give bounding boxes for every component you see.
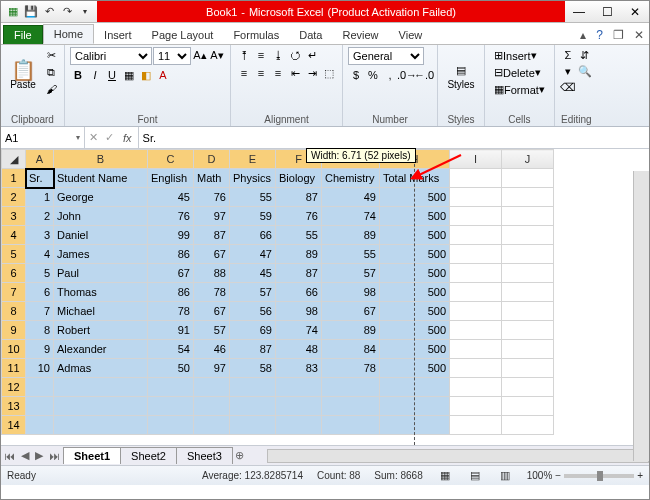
sheet-tab-sheet2[interactable]: Sheet2 xyxy=(120,447,177,464)
insert-cells-button[interactable]: ⊞ Insert ▾ xyxy=(490,47,541,64)
cell[interactable]: 6 xyxy=(26,283,54,302)
cut-icon[interactable]: ✂ xyxy=(43,47,59,63)
decrease-decimal-icon[interactable]: ←.0 xyxy=(416,67,432,83)
cell[interactable]: 5 xyxy=(26,264,54,283)
cell[interactable]: Math xyxy=(194,169,230,188)
tab-data[interactable]: Data xyxy=(289,26,332,44)
cell[interactable] xyxy=(502,188,554,207)
cell[interactable]: 86 xyxy=(148,245,194,264)
merge-icon[interactable]: ⬚ xyxy=(321,65,337,81)
cell[interactable]: Biology xyxy=(276,169,322,188)
maximize-button[interactable]: ☐ xyxy=(593,1,621,23)
cell[interactable]: Robert xyxy=(54,321,148,340)
cell[interactable]: 7 xyxy=(26,302,54,321)
cell[interactable] xyxy=(450,245,502,264)
cell[interactable]: 54 xyxy=(148,340,194,359)
cell[interactable] xyxy=(194,378,230,397)
fx-cancel-icon[interactable]: ✕ xyxy=(85,130,101,146)
mdi-restore-icon[interactable]: ❐ xyxy=(608,26,629,44)
cell[interactable] xyxy=(450,264,502,283)
cell[interactable]: 74 xyxy=(322,207,380,226)
cell[interactable]: 67 xyxy=(194,245,230,264)
cell[interactable] xyxy=(502,321,554,340)
cell[interactable]: 76 xyxy=(148,207,194,226)
cell[interactable]: 55 xyxy=(230,188,276,207)
row-header[interactable]: 5 xyxy=(2,245,26,264)
cell[interactable] xyxy=(54,416,148,435)
cell[interactable] xyxy=(322,416,380,435)
cell[interactable] xyxy=(230,416,276,435)
fx-icon[interactable]: fx xyxy=(117,132,138,144)
sheet-nav-last[interactable]: ⏭ xyxy=(46,450,63,462)
zoom-slider[interactable] xyxy=(564,474,634,478)
cell[interactable]: 57 xyxy=(230,283,276,302)
cell[interactable]: John xyxy=(54,207,148,226)
cell[interactable]: Daniel xyxy=(54,226,148,245)
delete-cells-button[interactable]: ⊟ Delete ▾ xyxy=(490,64,545,81)
tab-view[interactable]: View xyxy=(389,26,433,44)
ribbon-minimize-icon[interactable]: ▴ xyxy=(575,26,591,44)
cell[interactable] xyxy=(322,378,380,397)
cell[interactable]: 89 xyxy=(322,226,380,245)
cell[interactable]: Admas xyxy=(54,359,148,378)
chevron-down-icon[interactable]: ▾ xyxy=(76,133,80,142)
cell[interactable]: 87 xyxy=(230,340,276,359)
align-top-icon[interactable]: ⭱ xyxy=(236,47,252,63)
cell[interactable]: 55 xyxy=(322,245,380,264)
cell[interactable] xyxy=(26,378,54,397)
cell[interactable] xyxy=(276,397,322,416)
cell[interactable]: 89 xyxy=(276,245,322,264)
tab-page-layout[interactable]: Page Layout xyxy=(142,26,224,44)
row-header[interactable]: 11 xyxy=(2,359,26,378)
cell[interactable]: 86 xyxy=(148,283,194,302)
increase-font-icon[interactable]: A▴ xyxy=(192,47,208,63)
cell[interactable] xyxy=(502,245,554,264)
cell[interactable]: Sr. xyxy=(26,169,54,188)
cell[interactable]: 4 xyxy=(26,245,54,264)
cell[interactable] xyxy=(502,226,554,245)
spreadsheet-grid[interactable]: ◢ABCDEFGHIJ 1Sr.Student NameEnglishMathP… xyxy=(1,149,554,435)
minimize-button[interactable]: ― xyxy=(565,1,593,23)
number-format-select[interactable]: General xyxy=(348,47,424,65)
cell[interactable] xyxy=(450,302,502,321)
font-name-select[interactable]: Calibri xyxy=(70,47,152,65)
zoom-in-button[interactable]: + xyxy=(637,470,643,481)
cell[interactable] xyxy=(194,416,230,435)
mdi-close-icon[interactable]: ✕ xyxy=(629,26,649,44)
row-header[interactable]: 12 xyxy=(2,378,26,397)
cell[interactable]: 83 xyxy=(276,359,322,378)
new-sheet-button[interactable]: ⊕ xyxy=(232,449,247,462)
view-pagebreak-icon[interactable]: ▥ xyxy=(497,468,513,484)
cell[interactable] xyxy=(450,340,502,359)
view-normal-icon[interactable]: ▦ xyxy=(437,468,453,484)
sheet-nav-first[interactable]: ⏮ xyxy=(1,450,18,462)
cell[interactable]: 76 xyxy=(194,188,230,207)
row-header[interactable]: 6 xyxy=(2,264,26,283)
cell[interactable]: Alexander xyxy=(54,340,148,359)
currency-icon[interactable]: $ xyxy=(348,67,364,83)
cell[interactable]: 89 xyxy=(322,321,380,340)
help-icon[interactable]: ? xyxy=(591,26,608,44)
cell[interactable]: 47 xyxy=(230,245,276,264)
cell[interactable]: Thomas xyxy=(54,283,148,302)
col-header-B[interactable]: B xyxy=(54,150,148,169)
cell[interactable]: Physics xyxy=(230,169,276,188)
row-header[interactable]: 4 xyxy=(2,226,26,245)
border-button[interactable]: ▦ xyxy=(121,67,137,83)
find-icon[interactable]: 🔍 xyxy=(577,63,593,79)
align-bottom-icon[interactable]: ⭳ xyxy=(270,47,286,63)
cell[interactable]: 9 xyxy=(26,340,54,359)
name-box[interactable]: ▾ xyxy=(1,127,85,148)
cell[interactable]: 50 xyxy=(148,359,194,378)
cell[interactable]: 48 xyxy=(276,340,322,359)
cell[interactable] xyxy=(148,397,194,416)
cell[interactable] xyxy=(230,397,276,416)
format-cells-button[interactable]: ▦ Format ▾ xyxy=(490,81,549,98)
qat-dropdown-icon[interactable]: ▾ xyxy=(77,4,93,20)
copy-icon[interactable]: ⧉ xyxy=(43,64,59,80)
cell[interactable] xyxy=(502,169,554,188)
cell[interactable]: 78 xyxy=(322,359,380,378)
cell[interactable]: 3 xyxy=(26,226,54,245)
cell[interactable]: 87 xyxy=(276,188,322,207)
col-header-C[interactable]: C xyxy=(148,150,194,169)
